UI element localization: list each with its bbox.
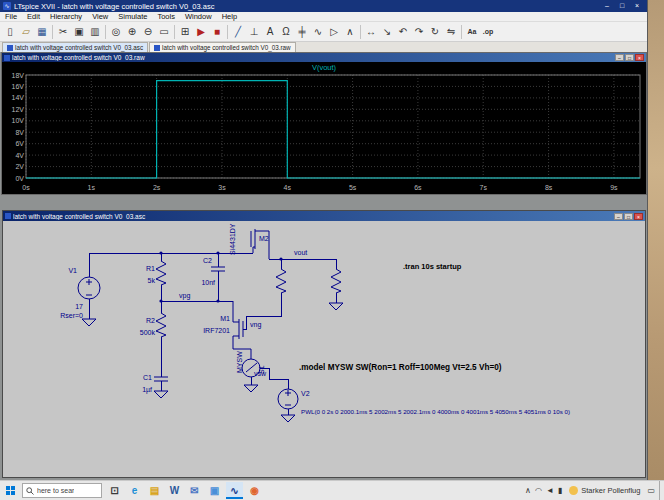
new-schematic-icon[interactable]: ▯ [2,24,18,40]
network-status-icon[interactable]: ◠ [535,486,542,495]
tab-raw-file[interactable]: latch with voltage controlled switch V0_… [149,42,295,52]
component-r4[interactable] [331,269,341,293]
waveform-close-button[interactable]: × [635,54,644,61]
svg-text:1s: 1s [88,184,96,191]
undo-icon[interactable]: ↶ [395,24,411,40]
taskbar-icon-firefox[interactable]: ◉ [246,482,263,499]
schematic-minimize-button[interactable]: – [614,213,623,220]
taskbar: here to sear ⊡e▤W✉▣∿◉ ∧◠◄▮ Starker Polle… [0,480,664,500]
component-r3[interactable] [276,269,286,293]
start-button[interactable] [2,482,18,500]
menu-view[interactable]: View [87,12,113,21]
menu-help[interactable]: Help [217,12,242,21]
toolbar: ▯▱▦✂▣▥◎⊕⊖▭⊞▶■╱⊥AΩ╪∿▷∧↔↘↶↷↻⇋Aa.op [0,22,647,42]
resistor-icon[interactable]: Ω [278,24,294,40]
toolbar-separator [461,25,462,39]
maximize-button[interactable]: □ [615,1,629,11]
component-r1[interactable] [156,261,166,285]
diode-icon[interactable]: ▷ [326,24,342,40]
menu-edit[interactable]: Edit [22,12,45,21]
tray-expand-icon[interactable]: ∧ [525,486,531,495]
svg-text:6s: 6s [414,184,422,191]
menu-file[interactable]: File [0,12,22,21]
taskbar-icon-file-explorer[interactable]: ▤ [146,482,163,499]
grid-icon[interactable]: ⊞ [177,24,193,40]
redo-icon[interactable]: ↷ [411,24,427,40]
run-simulation-icon[interactable]: ▶ [193,24,209,40]
text-icon[interactable]: Aa [464,24,480,40]
component-m1[interactable] [233,301,251,359]
component-c2[interactable] [211,267,225,271]
action-center-icon[interactable]: ▭ [647,486,655,495]
component-r2[interactable] [156,313,166,337]
component-m2[interactable] [251,229,269,259]
wire-icon[interactable]: ╱ [230,24,246,40]
ltspice-icon [7,45,13,51]
halt-simulation-icon[interactable]: ■ [209,24,225,40]
ground-icon[interactable]: ⊥ [246,24,262,40]
minimize-button[interactable]: – [600,1,614,11]
cut-icon[interactable]: ✂ [55,24,71,40]
schematic-maximize-button[interactable]: □ [624,213,633,220]
inductor-icon[interactable]: ∿ [310,24,326,40]
svg-text:5s: 5s [349,184,357,191]
open-file-icon[interactable]: ▱ [18,24,34,40]
save-icon[interactable]: ▦ [34,24,50,40]
schematic-close-button[interactable]: × [634,213,643,220]
waveform-maximize-button[interactable]: □ [625,54,634,61]
show-desktop-button[interactable] [659,481,662,500]
component-v1[interactable] [78,277,100,299]
component-v2[interactable] [278,389,298,409]
volume-icon[interactable]: ◄ [546,486,554,495]
move-icon[interactable]: ↔ [363,24,379,40]
rotate-icon[interactable]: ↻ [427,24,443,40]
net-label-vsw: vsw [254,370,267,377]
trace-label[interactable]: V(vout) [2,62,646,73]
component-c1[interactable] [154,377,168,381]
drag-icon[interactable]: ↘ [379,24,395,40]
component-icon[interactable]: ∧ [342,24,358,40]
circuit-svg[interactable]: V1 17 Rser=0 R1 5k R2 500k C1 1µf C2 10n… [3,221,645,477]
find-icon[interactable]: ◎ [108,24,124,40]
label-c2-name: C2 [203,257,212,264]
taskbar-icon-mail[interactable]: ✉ [186,482,203,499]
battery-icon[interactable]: ▮ [558,486,562,495]
taskbar-icon-edge-browser[interactable]: e [126,482,143,499]
svg-text:14V: 14V [12,94,25,101]
svg-text:7s: 7s [479,184,487,191]
label-c1-name: C1 [143,374,152,381]
menu-hierarchy[interactable]: Hierarchy [45,12,87,21]
close-button[interactable]: × [630,1,644,11]
zoom-in-icon[interactable]: ⊕ [124,24,140,40]
taskbar-icon-word[interactable]: W [166,482,183,499]
svg-text:3s: 3s [218,184,226,191]
zoom-out-icon[interactable]: ⊖ [140,24,156,40]
paste-icon[interactable]: ▥ [87,24,103,40]
spice-directive-icon[interactable]: .op [480,24,496,40]
taskbar-search[interactable]: here to sear [22,483,102,498]
weather-widget[interactable]: Starker Pollenflug [566,486,643,495]
system-tray: ∧◠◄▮ Starker Pollenflug ▭ [525,481,662,500]
label-v1-name: V1 [68,267,77,274]
junction-dots [159,251,282,302]
schematic-canvas[interactable]: V1 17 Rser=0 R1 5k R2 500k C1 1µf C2 10n… [3,221,645,477]
svg-text:6V: 6V [15,140,24,147]
net-label-icon[interactable]: A [262,24,278,40]
tab-schematic-file[interactable]: latch with voltage controlled switch V0_… [2,42,148,52]
label-v2-name: V2 [301,390,310,397]
menu-window[interactable]: Window [180,12,217,21]
taskbar-icon-photos[interactable]: ▣ [206,482,223,499]
menu-tools[interactable]: Tools [152,12,180,21]
zoom-full-extents-icon[interactable]: ▭ [156,24,172,40]
capacitor-icon[interactable]: ╪ [294,24,310,40]
taskbar-icon-task-view[interactable]: ⊡ [106,482,123,499]
menu-simulate[interactable]: Simulate [113,12,152,21]
waveform-pane: V(vout) 0s1s2s3s4s5s6s7s8s9s0V2V4V6V8V10… [2,62,646,194]
waveform-minimize-button[interactable]: – [615,54,624,61]
mirror-icon[interactable]: ⇋ [443,24,459,40]
wires[interactable] [89,253,336,415]
copy-icon[interactable]: ▣ [71,24,87,40]
waveform-plot[interactable]: 0s1s2s3s4s5s6s7s8s9s0V2V4V6V8V10V12V14V1… [2,73,646,194]
taskbar-icon-ltspice[interactable]: ∿ [226,482,243,499]
net-label-vout: vout [294,249,307,256]
